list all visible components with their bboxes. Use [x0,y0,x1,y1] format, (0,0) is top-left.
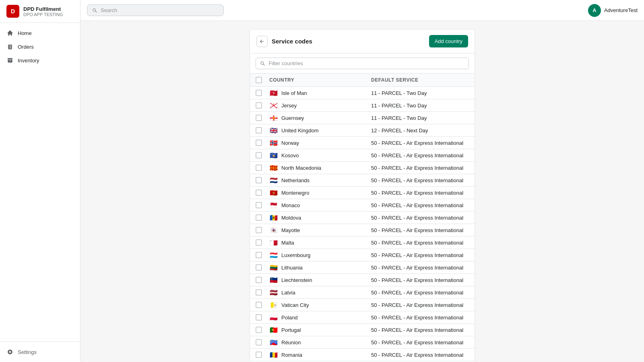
sidebar-brand: D DPD Fulfilment DPO APP TESTING [0,0,80,23]
row-checkbox[interactable] [256,115,262,121]
table-row[interactable]: 🇾🇹 Mayotte 50 - PARCEL - Air Express Int… [250,224,475,237]
sidebar-nav: Home Orders Inventory [0,23,80,341]
back-button[interactable] [256,36,268,47]
table-row[interactable]: 🇲🇰 North Macedonia 50 - PARCEL - Air Exp… [250,162,475,174]
flag-icon: 🇯🇪 [269,102,278,109]
table-row[interactable]: 🇲🇨 Monaco 50 - PARCEL - Air Express Inte… [250,199,475,212]
sidebar-item-inventory[interactable]: Inventory [0,53,80,67]
row-checkbox[interactable] [256,252,262,258]
flag-icon: 🇷🇴 [269,352,278,358]
row-country: 🇻🇦 Vatican City [269,302,367,308]
row-country: 🇱🇮 Liechtenstein [269,277,367,283]
row-checkbox[interactable] [256,264,262,271]
country-name: Norway [281,140,299,146]
row-country: 🇯🇪 Jersey [269,102,367,109]
table-row[interactable]: 🇬🇧 United Kingdom 12 - PARCEL - Next Day [250,124,475,137]
row-checkbox[interactable] [256,102,262,109]
sidebar-item-orders[interactable]: Orders [0,40,80,53]
country-name: Portugal [281,327,301,333]
table-row[interactable]: 🇷🇴 Romania 50 - PARCEL - Air Express Int… [250,349,475,361]
table-row[interactable]: 🇱🇹 Lithuania 50 - PARCEL - Air Express I… [250,261,475,274]
row-checkbox[interactable] [256,90,262,96]
row-checkbox[interactable] [256,277,262,283]
country-name: Latvia [281,290,295,296]
page-title: Service codes [272,38,312,45]
search-bar[interactable] [87,4,224,16]
filter-input[interactable] [268,60,464,66]
row-checkbox[interactable] [256,327,262,333]
flag-icon: 🇱🇺 [269,252,278,258]
row-checkbox[interactable] [256,339,262,346]
country-name: United Kingdom [281,128,319,134]
table-row[interactable]: 🇱🇻 Latvia 50 - PARCEL - Air Express Inte… [250,286,475,299]
search-input[interactable] [101,7,219,13]
flag-icon: 🇳🇱 [269,177,278,183]
row-service: 50 - PARCEL - Air Express International [371,240,469,246]
row-checkbox[interactable] [256,352,262,358]
content-area: Service codes Add country Country Defaul… [80,21,644,362]
filter-input-wrap[interactable] [256,58,469,69]
country-name: Kosovo [281,152,299,158]
row-country: 🇵🇱 Poland [269,314,367,321]
sidebar-label-orders: Orders [18,44,34,50]
row-checkbox[interactable] [256,239,262,246]
row-checkbox[interactable] [256,165,262,171]
table-row[interactable]: 🇱🇺 Luxembourg 50 - PARCEL - Air Express … [250,249,475,261]
country-name: Monaco [281,202,300,208]
table-row[interactable]: 🇯🇪 Jersey 11 - PARCEL - Two Day [250,99,475,112]
row-checkbox[interactable] [256,177,262,183]
orders-icon [6,43,14,50]
table-row[interactable]: 🇵🇹 Portugal 50 - PARCEL - Air Express In… [250,324,475,336]
add-country-button[interactable]: Add country [429,35,468,47]
topbar: A AdventureTest [80,0,644,21]
row-country: 🇷🇴 Romania [269,352,367,358]
row-checkbox[interactable] [256,140,262,146]
table-row[interactable]: 🇳🇱 Netherlands 50 - PARCEL - Air Express… [250,174,475,187]
row-checkbox[interactable] [256,214,262,221]
flag-icon: 🇲🇩 [269,214,278,221]
row-checkbox[interactable] [256,302,262,308]
select-all-checkbox[interactable] [256,77,262,83]
row-checkbox[interactable] [256,227,262,233]
table-row[interactable]: 🇱🇮 Liechtenstein 50 - PARCEL - Air Expre… [250,274,475,286]
row-checkbox[interactable] [256,314,262,321]
row-service: 12 - PARCEL - Next Day [371,128,469,134]
table-row[interactable]: 🇲🇹 Malta 50 - PARCEL - Air Express Inter… [250,237,475,249]
row-checkbox[interactable] [256,189,262,196]
row-checkbox[interactable] [256,202,262,208]
row-service: 50 - PARCEL - Air Express International [371,277,469,283]
page-card: Service codes Add country Country Defaul… [250,29,475,362]
user-area: A AdventureTest [588,4,638,17]
country-name: Guernsey [281,115,304,121]
row-service: 11 - PARCEL - Two Day [371,115,469,121]
row-service: 50 - PARCEL - Air Express International [371,215,469,221]
country-name: Jersey [281,103,297,109]
row-checkbox[interactable] [256,152,262,158]
flag-icon: 🇮🇲 [269,90,278,96]
table-row[interactable]: 🇮🇲 Isle of Man 11 - PARCEL - Two Day [250,87,475,99]
table-row[interactable]: 🇳🇴 Norway 50 - PARCEL - Air Express Inte… [250,137,475,149]
sidebar-item-settings[interactable]: Settings [0,345,80,359]
table-header: Country Default service [250,74,475,87]
table-row[interactable]: 🇵🇱 Poland 50 - PARCEL - Air Express Inte… [250,311,475,324]
flag-icon: 🇲🇪 [269,189,278,196]
row-service: 11 - PARCEL - Two Day [371,90,469,96]
flag-icon: 🇷🇪 [269,339,278,346]
column-header-country: Country [269,77,367,83]
table-row[interactable]: 🇷🇪 Réunion 50 - PARCEL - Air Express Int… [250,336,475,349]
row-service: 50 - PARCEL - Air Express International [371,327,469,333]
flag-icon: 🇱🇹 [269,264,278,271]
row-checkbox[interactable] [256,289,262,296]
inventory-icon [6,57,14,64]
sidebar-item-home[interactable]: Home [0,26,80,40]
table-row[interactable]: 🇲🇪 Montenegro 50 - PARCEL - Air Express … [250,187,475,199]
table-row[interactable]: 🇻🇦 Vatican City 50 - PARCEL - Air Expres… [250,299,475,311]
table-row[interactable]: 🇲🇩 Moldova 50 - PARCEL - Air Express Int… [250,212,475,224]
table-row[interactable]: 🇬🇬 Guernsey 11 - PARCEL - Two Day [250,112,475,124]
flag-icon: 🇻🇦 [269,302,278,308]
row-checkbox[interactable] [256,127,262,134]
row-country: 🇲🇰 North Macedonia [269,165,367,171]
home-icon [6,29,14,37]
row-service: 50 - PARCEL - Air Express International [371,252,469,258]
table-row[interactable]: 🇽🇰 Kosovo 50 - PARCEL - Air Express Inte… [250,149,475,162]
